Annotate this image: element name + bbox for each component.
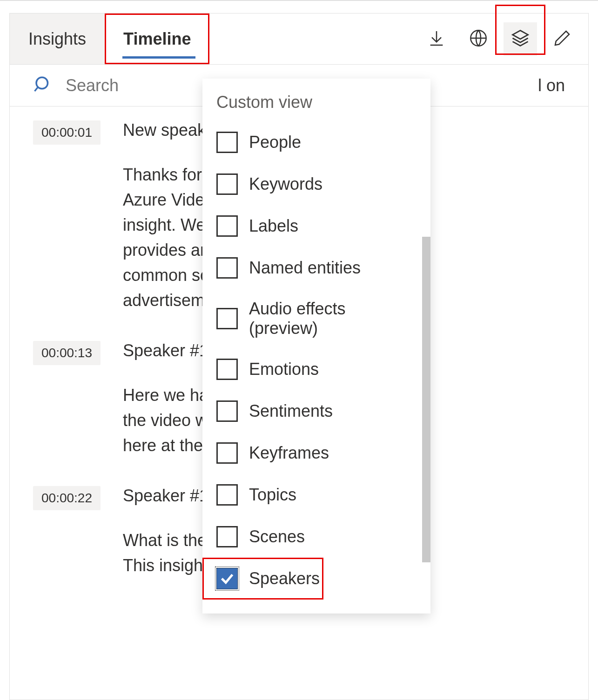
download-button[interactable] [420,22,453,56]
checkbox[interactable] [216,442,238,464]
checkbox[interactable] [216,132,238,153]
language-button[interactable] [462,22,495,56]
dropdown-label: Topics [249,485,296,505]
layers-icon [510,28,531,50]
dropdown-label: Named entities [249,258,361,278]
tab-insights[interactable]: Insights [10,13,105,64]
checkbox[interactable] [216,359,238,380]
tab-timeline-label: Timeline [123,29,191,49]
dropdown-item-scenes[interactable]: Scenes [202,516,430,558]
dropdown-item-audio-effects[interactable]: Audio effects (preview) [202,289,430,348]
dropdown-item-people[interactable]: People [202,121,430,163]
dropdown-label: Scenes [249,527,305,547]
pencil-icon [553,29,571,49]
dropdown-item-keyframes[interactable]: Keyframes [202,432,430,474]
custom-view-button[interactable] [504,22,537,56]
timestamp: 00:00:22 [33,486,101,510]
tab-insights-label: Insights [28,29,86,49]
dropdown-label: Speakers [249,569,320,588]
tabs-bar: Insights Timeline [10,13,588,65]
dropdown-label: Emotions [249,360,319,379]
download-icon [427,29,446,49]
scrollbar[interactable] [422,237,430,562]
dropdown-label: Keywords [249,174,323,194]
checkbox[interactable] [216,568,238,589]
checkbox[interactable] [216,526,238,547]
dropdown-title: Custom view [202,93,430,121]
checkbox[interactable] [216,484,238,506]
checkbox[interactable] [216,400,238,422]
search-icon [33,75,53,96]
dropdown-item-topics[interactable]: Topics [202,474,430,516]
tab-timeline[interactable]: Timeline [105,13,209,64]
dropdown-label: Sentiments [249,401,333,421]
checkbox[interactable] [216,308,238,329]
timeline-panel: Insights Timeline [9,13,589,700]
svg-point-1 [36,77,48,89]
dropdown-label: Labels [249,216,298,236]
checkbox[interactable] [216,257,238,279]
checkbox[interactable] [216,173,238,195]
search-right-text: l on [538,76,565,95]
globe-icon [469,29,488,49]
dropdown-label: People [249,133,301,152]
timestamp: 00:00:01 [33,120,101,145]
dropdown-item-sentiments[interactable]: Sentiments [202,390,430,432]
checkbox[interactable] [216,215,238,237]
dropdown-item-keywords[interactable]: Keywords [202,163,430,205]
edit-button[interactable] [545,22,579,56]
dropdown-item-emotions[interactable]: Emotions [202,348,430,390]
dropdown-item-named-entities[interactable]: Named entities [202,247,430,289]
custom-view-dropdown: Custom view People Keywords Labels Named… [202,79,430,613]
dropdown-item-speakers[interactable]: Speakers [202,558,323,600]
timestamp: 00:00:13 [33,341,101,365]
dropdown-item-labels[interactable]: Labels [202,205,430,247]
dropdown-label: Keyframes [249,443,329,463]
dropdown-label: Audio effects (preview) [249,299,417,338]
